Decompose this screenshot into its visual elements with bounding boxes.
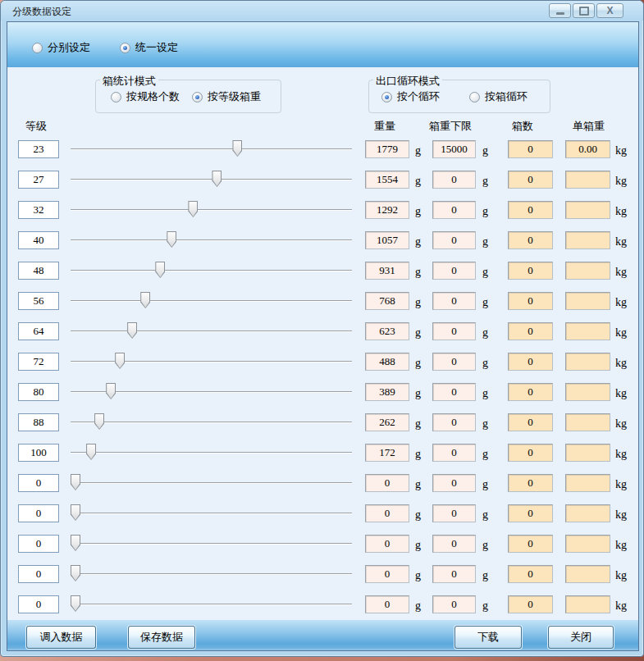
title-bar[interactable]: 分级数据设定 X — [1, 1, 643, 21]
per-box-weight-field[interactable] — [565, 474, 610, 492]
slider-track[interactable] — [71, 482, 352, 483]
per-box-weight-field[interactable]: 0.00 — [565, 140, 610, 158]
box-count-field[interactable]: 0 — [508, 383, 553, 401]
box-weight-min-field[interactable]: 0 — [432, 383, 476, 401]
box-weight-min-field[interactable]: 0 — [432, 171, 476, 189]
slider-track[interactable] — [71, 604, 352, 604]
weight-slider[interactable] — [71, 353, 354, 371]
grade-input[interactable] — [18, 504, 59, 522]
weight-field[interactable]: 931 — [365, 262, 409, 280]
box-weight-min-field[interactable]: 0 — [432, 474, 476, 492]
slider-thumb[interactable] — [155, 262, 165, 278]
grade-input[interactable] — [18, 140, 59, 158]
grade-input[interactable] — [18, 322, 59, 340]
weight-field[interactable]: 172 — [365, 444, 409, 462]
box-count-field[interactable]: 0 — [508, 353, 553, 371]
slider-thumb[interactable] — [71, 595, 80, 612]
box-weight-min-field[interactable]: 0 — [432, 595, 476, 613]
weight-slider[interactable] — [71, 322, 354, 340]
radio-icon[interactable] — [111, 92, 121, 103]
per-box-weight-field[interactable] — [565, 383, 610, 401]
radio-icon[interactable] — [120, 43, 130, 53]
slider-thumb[interactable] — [86, 444, 96, 460]
grade-input[interactable] — [18, 231, 59, 249]
weight-slider[interactable] — [71, 171, 354, 189]
radio-icon[interactable] — [192, 92, 203, 103]
slider-thumb[interactable] — [232, 140, 242, 157]
weight-field[interactable]: 1292 — [365, 201, 409, 219]
box-count-field[interactable]: 0 — [508, 201, 553, 219]
per-box-weight-field[interactable] — [565, 535, 610, 553]
slider-track[interactable] — [71, 179, 352, 180]
slider-thumb[interactable] — [115, 353, 125, 369]
slider-thumb[interactable] — [140, 292, 150, 308]
slider-thumb[interactable] — [188, 201, 198, 217]
download-button[interactable]: 下载 — [454, 626, 522, 649]
grade-input[interactable] — [18, 535, 59, 553]
box-count-field[interactable]: 0 — [508, 322, 553, 340]
slider-track[interactable] — [71, 209, 352, 210]
close-dialog-button[interactable]: 关闭 — [548, 626, 614, 649]
slider-track[interactable] — [71, 330, 352, 331]
grade-input[interactable] — [18, 171, 59, 189]
grade-input[interactable] — [18, 201, 59, 219]
box-weight-min-field[interactable]: 0 — [432, 565, 476, 583]
box-weight-min-field[interactable]: 15000 — [432, 140, 476, 158]
box-weight-min-field[interactable]: 0 — [432, 413, 476, 431]
grade-input[interactable] — [18, 413, 59, 431]
slider-thumb[interactable] — [71, 504, 80, 521]
radio-icon[interactable] — [32, 43, 43, 53]
slider-track[interactable] — [71, 300, 352, 301]
slider-track[interactable] — [71, 270, 352, 271]
weight-slider[interactable] — [71, 565, 354, 583]
weight-slider[interactable] — [71, 231, 354, 249]
slider-track[interactable] — [71, 148, 352, 149]
per-box-weight-field[interactable] — [565, 171, 610, 189]
slider-thumb[interactable] — [71, 535, 80, 551]
radio-icon[interactable] — [469, 92, 480, 103]
per-box-weight-field[interactable] — [565, 595, 610, 613]
box-count-field[interactable]: 0 — [508, 140, 553, 158]
grade-input[interactable] — [18, 262, 59, 280]
weight-slider[interactable] — [71, 140, 354, 158]
per-box-weight-field[interactable] — [565, 444, 610, 462]
weight-field[interactable]: 0 — [365, 535, 409, 553]
per-box-weight-field[interactable] — [565, 292, 610, 310]
weight-slider[interactable] — [71, 595, 354, 613]
grade-input[interactable] — [18, 595, 59, 613]
radio-icon[interactable] — [381, 92, 392, 103]
box-weight-min-field[interactable]: 0 — [432, 535, 476, 553]
box-count-field[interactable]: 0 — [508, 262, 553, 280]
weight-field[interactable]: 1057 — [365, 231, 409, 249]
weight-slider[interactable] — [71, 262, 354, 280]
weight-slider[interactable] — [71, 383, 354, 401]
box-weight-min-field[interactable]: 0 — [432, 322, 476, 340]
radio-set-separately[interactable]: 分别设定 — [32, 42, 90, 53]
box-weight-min-field[interactable]: 0 — [432, 201, 476, 219]
box-count-field[interactable]: 0 — [508, 171, 553, 189]
load-data-button[interactable]: 调入数据 — [26, 626, 96, 649]
slider-track[interactable] — [71, 543, 352, 544]
slider-track[interactable] — [71, 361, 352, 362]
weight-field[interactable]: 0 — [365, 565, 409, 583]
per-box-weight-field[interactable] — [565, 504, 610, 522]
grade-input[interactable] — [18, 444, 59, 462]
minimize-button[interactable] — [549, 3, 571, 18]
weight-slider[interactable] — [71, 474, 354, 492]
slider-track[interactable] — [71, 573, 352, 574]
weight-field[interactable]: 389 — [365, 383, 409, 401]
weight-slider[interactable] — [71, 413, 354, 431]
slider-thumb[interactable] — [167, 231, 176, 248]
slider-track[interactable] — [71, 239, 352, 240]
box-count-field[interactable]: 0 — [508, 535, 553, 553]
weight-slider[interactable] — [71, 201, 354, 219]
grade-input[interactable] — [18, 353, 59, 371]
slider-thumb[interactable] — [71, 474, 80, 490]
per-box-weight-field[interactable] — [565, 322, 610, 340]
grade-input[interactable] — [18, 383, 59, 401]
box-weight-min-field[interactable]: 0 — [432, 262, 476, 280]
box-count-field[interactable]: 0 — [508, 444, 553, 462]
box-weight-min-field[interactable]: 0 — [432, 504, 476, 522]
weight-field[interactable]: 768 — [365, 292, 409, 310]
grade-input[interactable] — [18, 565, 59, 583]
